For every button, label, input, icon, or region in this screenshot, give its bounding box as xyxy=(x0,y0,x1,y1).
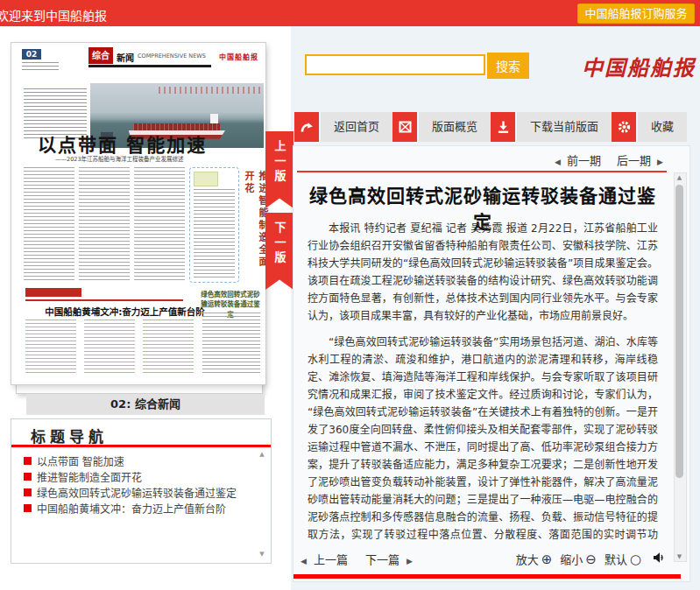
section-name-en: COMPREHENSIVE NEWS xyxy=(138,53,206,60)
next-page-ribbon[interactable]: 下一版 xyxy=(265,213,293,290)
zoom-in-icon[interactable]: ⊕ xyxy=(541,551,553,567)
title-nav-item[interactable]: 绿色高效回转式泥砂输运转驳装备通过鉴定 xyxy=(24,484,251,500)
zoom-in-label[interactable]: 放大 xyxy=(516,551,539,567)
column-label xyxy=(25,288,81,297)
article-scrollbar[interactable]: ▲ ▼ xyxy=(674,172,687,562)
paper-masthead-logo: 中国船舶报 xyxy=(219,52,258,61)
welcome-text: 欢迎来到中国船舶报 xyxy=(0,6,107,24)
bullet-icon xyxy=(24,504,32,512)
return-arrow-icon xyxy=(294,112,319,142)
boxed-article xyxy=(189,167,239,283)
prev-issue-link[interactable]: 前一期 xyxy=(567,154,601,167)
bullet-icon xyxy=(24,457,32,465)
section-divider xyxy=(88,65,211,67)
section-name: 新闻 xyxy=(117,51,134,64)
article-body: 本报讯 特约记者 夏纪福 记者 吴秀霞 报道 2月22日，江苏省船舶工业行业协会… xyxy=(308,220,658,545)
title-nav-divider xyxy=(11,445,271,447)
prev-page-ribbon[interactable]: 上一版 xyxy=(265,131,293,208)
layout-grid-icon xyxy=(392,112,417,142)
scroll-down-icon[interactable]: ▼ xyxy=(675,553,684,560)
reset-zoom-icon[interactable]: ○ xyxy=(630,551,641,567)
title-nav-item[interactable]: 推进智能制造全面开花 xyxy=(24,468,251,484)
prev-issue-arrow-icon[interactable]: ◀ xyxy=(555,158,561,166)
page-caption: 02: 综合新闻 xyxy=(26,394,265,415)
favorite-button[interactable]: 收藏 xyxy=(612,112,687,142)
layout-overview-button[interactable]: 版面概览 xyxy=(392,112,491,142)
text-column xyxy=(134,167,185,281)
prev-article-link[interactable]: 上一篇 xyxy=(314,553,348,566)
scroll-up-icon[interactable]: ▲ xyxy=(675,174,684,181)
gear-icon xyxy=(612,112,636,142)
bullet-icon xyxy=(24,488,32,496)
subscribe-button[interactable]: 中国船舶报订购服务 xyxy=(577,4,695,24)
topbar: 欢迎来到中国船舶报 中国船舶报订购服务 xyxy=(0,0,700,26)
section-badge: 综合 xyxy=(88,47,113,64)
page-number-badge: 02 xyxy=(22,49,41,60)
title-nav-scrollbar[interactable]: ▲ ▼ xyxy=(257,451,267,558)
next-article-arrow-icon[interactable]: ▶ xyxy=(407,557,413,565)
scroll-down-icon[interactable]: ▼ xyxy=(257,551,267,558)
zoom-out-label[interactable]: 缩小 xyxy=(560,551,583,567)
speaker-icon[interactable] xyxy=(653,551,665,566)
reset-zoom-label[interactable]: 默认 xyxy=(605,551,627,567)
vertical-headline: 推进智能制造全面开花 xyxy=(241,171,269,276)
paper-headline-2: 中国船舶黄埔文冲:奋力迈上产值新台阶 xyxy=(31,305,219,318)
prev-article-arrow-icon[interactable]: ◀ xyxy=(301,557,307,565)
article-bottom-bar: ◀上一篇 下一篇▶ 放大 ⊕ 缩小 ⊖ 默认 ○ xyxy=(301,551,665,570)
next-issue-link[interactable]: 后一期 xyxy=(617,154,651,167)
text-column xyxy=(24,167,74,281)
inset-illustration xyxy=(194,172,218,186)
newspaper-thumbnail[interactable]: 02 综合 新闻 COMPREHENSIVE NEWS 中国船舶报 以点带面 智… xyxy=(11,42,266,385)
home-button[interactable]: 返回首页 xyxy=(294,112,392,142)
article-panel: ◀前一期 后一期▶ 绿色高效回转式泥砂输运转驳装备通过鉴定 本报讯 特约记者 夏… xyxy=(293,145,690,582)
download-icon xyxy=(491,112,515,142)
port-cranes xyxy=(159,87,264,94)
site-logo: 中国船舶报 xyxy=(582,51,691,81)
toolbar: 返回首页 版面概览 下载当前版面 收藏 xyxy=(294,112,678,142)
zoom-out-icon[interactable]: ⊖ xyxy=(585,551,597,567)
text-column xyxy=(79,167,130,281)
article-paragraph: 本报讯 特约记者 夏纪福 记者 吴秀霞 报道 2月22日，江苏省船舶工业行业协会… xyxy=(308,220,658,325)
scroll-up-icon[interactable]: ▲ xyxy=(257,451,267,458)
article-paragraph: “绿色高效回转式泥砂输运转驳装备”实用场景包括河道、湖泊、水库等水利工程的清淤、… xyxy=(308,334,658,545)
text-column xyxy=(202,313,260,374)
text-column xyxy=(84,320,135,374)
next-issue-arrow-icon[interactable]: ▶ xyxy=(657,158,663,166)
issue-nav: ◀前一期 后一期▶ xyxy=(555,151,663,168)
page-meta-lines xyxy=(22,62,59,73)
scrollbar-thumb[interactable] xyxy=(675,185,683,478)
article-divider xyxy=(297,171,667,172)
text-column xyxy=(25,320,76,374)
column-rule xyxy=(25,299,183,301)
section-header: 综合 新闻 COMPREHENSIVE NEWS xyxy=(88,47,211,74)
search-button[interactable]: 搜索 xyxy=(487,53,529,79)
search-input[interactable] xyxy=(305,54,485,75)
title-nav-card: 标题导航 以点带面 智能加速推进智能制造全面开花绿色高效回转式泥砂输运转驳装备通… xyxy=(11,418,272,564)
paper-headline: 以点带面 智能加速 xyxy=(38,130,257,157)
view-controls: 放大 ⊕ 缩小 ⊖ 默认 ○ xyxy=(516,551,665,567)
article-nav: ◀上一篇 下一篇▶ xyxy=(301,551,413,567)
paper-headline-subtitle: ——2023年江苏船舶与海洋工程装备产业发展综述 xyxy=(55,154,248,163)
title-nav-list: 以点带面 智能加速推进智能制造全面开花绿色高效回转式泥砂输运转驳装备通过鉴定中国… xyxy=(24,453,251,516)
page: 欢迎来到中国船舶报 中国船舶报订购服务 02 综合 新闻 COMPREHENSI… xyxy=(0,0,700,590)
next-article-link[interactable]: 下一篇 xyxy=(365,553,399,566)
bullet-icon xyxy=(24,473,32,481)
title-nav-item[interactable]: 中国船舶黄埔文冲：奋力迈上产值新台阶 xyxy=(24,500,251,516)
bottom-red-rule xyxy=(293,574,681,579)
title-nav-item[interactable]: 以点带面 智能加速 xyxy=(24,453,251,468)
title-nav-heading: 标题导航 xyxy=(31,425,108,446)
text-column xyxy=(143,320,194,374)
download-page-button[interactable]: 下载当前版面 xyxy=(491,112,612,142)
